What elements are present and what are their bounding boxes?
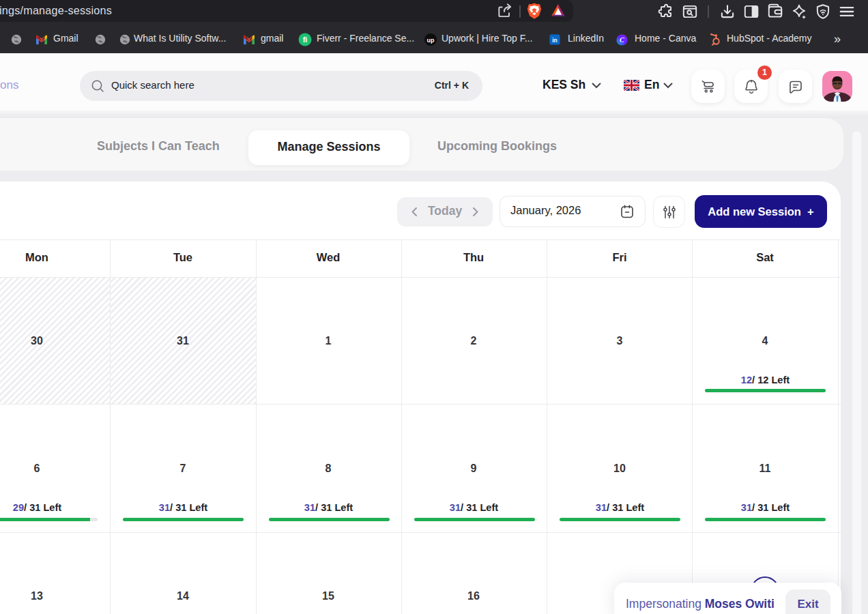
- svg-text:C: C: [620, 36, 624, 44]
- svg-text:in: in: [552, 37, 557, 44]
- svg-text:up: up: [427, 37, 435, 44]
- svg-text:fi: fi: [303, 35, 308, 44]
